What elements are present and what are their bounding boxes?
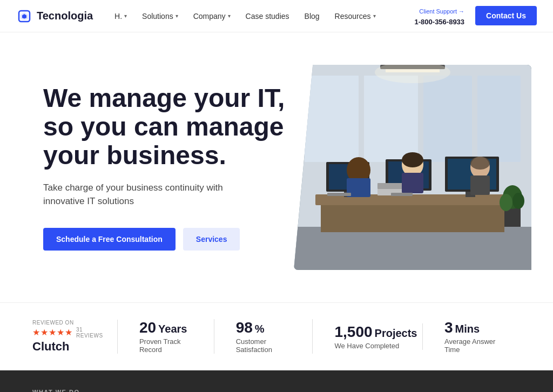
stat-response-unit: Mins bbox=[455, 323, 480, 335]
chevron-down-icon: ▾ bbox=[124, 13, 127, 19]
client-support: Client Support → 1-800-356-8933 bbox=[415, 5, 465, 27]
hero-title: We manage your IT, so you can manage you… bbox=[43, 84, 287, 170]
services-button[interactable]: Services bbox=[183, 228, 240, 251]
svg-rect-30 bbox=[470, 175, 490, 195]
nav-label-company: Company bbox=[193, 12, 226, 21]
stat-response-time: 3 Mins Average Answer Time bbox=[423, 319, 521, 354]
stat-satisfaction-number: 98 % bbox=[236, 319, 291, 336]
hero-subtitle: Take charge of your business continuity … bbox=[43, 181, 238, 208]
stat-satisfaction: 98 % Customer Satisfaction bbox=[214, 319, 313, 354]
nav-links: H. ▾ Solutions ▾ Company ▾ Case studies … bbox=[114, 12, 414, 21]
chevron-down-icon: ▾ bbox=[228, 13, 231, 19]
svg-rect-39 bbox=[327, 193, 351, 196]
stat-years-number: 20 Years bbox=[139, 319, 192, 336]
stat-response-number: 3 Mins bbox=[444, 319, 499, 336]
navbar: Tecnologia H. ▾ Solutions ▾ Company ▾ Ca… bbox=[0, 0, 553, 32]
svg-rect-8 bbox=[305, 76, 359, 162]
clutch-name: Clutch bbox=[32, 340, 96, 354]
stat-satisfaction-unit: % bbox=[255, 323, 265, 335]
svg-point-28 bbox=[402, 152, 423, 167]
nav-label-case-studies: Case studies bbox=[246, 12, 289, 21]
client-support-link[interactable]: Client Support → bbox=[419, 8, 464, 15]
stat-projects-number: 1,500 Projects bbox=[334, 323, 401, 341]
nav-item-company[interactable]: Company ▾ bbox=[193, 12, 231, 21]
what-we-do-label: WHAT WE DO bbox=[32, 389, 80, 392]
svg-rect-7 bbox=[477, 76, 521, 162]
logo[interactable]: Tecnologia bbox=[16, 8, 93, 24]
nav-label-h: H. bbox=[114, 12, 122, 21]
nav-item-solutions[interactable]: Solutions ▾ bbox=[142, 12, 178, 21]
stat-projects-unit: Projects bbox=[375, 327, 417, 340]
svg-rect-10 bbox=[294, 227, 531, 270]
contact-button[interactable]: Contact Us bbox=[475, 6, 537, 25]
clutch-reviews-count: 31 REVIEWS bbox=[76, 327, 103, 339]
clutch-reviewed-label: REVIEWED ON bbox=[32, 320, 96, 326]
nav-item-case-studies[interactable]: Case studies bbox=[246, 12, 289, 21]
logo-icon bbox=[16, 8, 32, 24]
stat-years-value: 20 bbox=[139, 319, 156, 336]
stat-projects-label: We Have Completed bbox=[334, 342, 401, 350]
svg-point-35 bbox=[512, 193, 524, 209]
clutch-stat: REVIEWED ON ★★★★★ 31 REVIEWS Clutch bbox=[32, 320, 118, 354]
nav-label-resources: Resources bbox=[335, 12, 371, 21]
chevron-down-icon: ▾ bbox=[373, 13, 376, 19]
schedule-consultation-button[interactable]: Schedule a Free Consultation bbox=[43, 228, 176, 251]
svg-rect-27 bbox=[402, 173, 423, 193]
stat-satisfaction-label: Customer Satisfaction bbox=[236, 337, 291, 354]
what-we-do-section: WHAT WE DO bbox=[0, 370, 553, 392]
nav-label-blog: Blog bbox=[305, 12, 320, 21]
svg-rect-40 bbox=[391, 193, 413, 196]
stat-response-label: Average Answer Time bbox=[444, 337, 499, 354]
nav-item-resources[interactable]: Resources ▾ bbox=[335, 12, 376, 21]
svg-rect-12 bbox=[321, 205, 504, 232]
stat-years-unit: Years bbox=[158, 323, 187, 335]
stat-projects: 1,500 Projects We Have Completed bbox=[313, 323, 423, 350]
clutch-stars-row: ★★★★★ 31 REVIEWS bbox=[32, 327, 96, 339]
hero-image bbox=[287, 65, 531, 270]
stat-response-value: 3 bbox=[444, 319, 453, 336]
stat-years-label: Proven Track Record bbox=[139, 337, 192, 354]
support-phone: 1-800-356-8933 bbox=[415, 17, 465, 27]
nav-right: Client Support → 1-800-356-8933 Contact … bbox=[415, 5, 537, 27]
brand-name: Tecnologia bbox=[37, 10, 93, 22]
chevron-down-icon: ▾ bbox=[176, 13, 178, 19]
office-scene-svg bbox=[294, 65, 531, 270]
hero-section: We manage your IT, so you can manage you… bbox=[0, 32, 553, 302]
nav-item-h[interactable]: H. ▾ bbox=[114, 12, 127, 21]
svg-rect-6 bbox=[423, 76, 472, 162]
svg-rect-9 bbox=[364, 76, 418, 162]
svg-point-31 bbox=[470, 157, 490, 170]
stats-bar: REVIEWED ON ★★★★★ 31 REVIEWS Clutch 20 Y… bbox=[0, 302, 553, 370]
stat-satisfaction-value: 98 bbox=[236, 319, 253, 336]
stat-projects-value: 1,500 bbox=[334, 323, 372, 341]
office-photo bbox=[294, 65, 531, 270]
hero-buttons: Schedule a Free Consultation Services bbox=[43, 228, 287, 251]
stat-years: 20 Years Proven Track Record bbox=[118, 319, 214, 354]
stars-icon: ★★★★★ bbox=[32, 327, 73, 337]
nav-label-solutions: Solutions bbox=[142, 12, 173, 21]
svg-point-34 bbox=[500, 194, 512, 211]
nav-item-blog[interactable]: Blog bbox=[305, 12, 320, 21]
hero-content: We manage your IT, so you can manage you… bbox=[43, 84, 287, 250]
